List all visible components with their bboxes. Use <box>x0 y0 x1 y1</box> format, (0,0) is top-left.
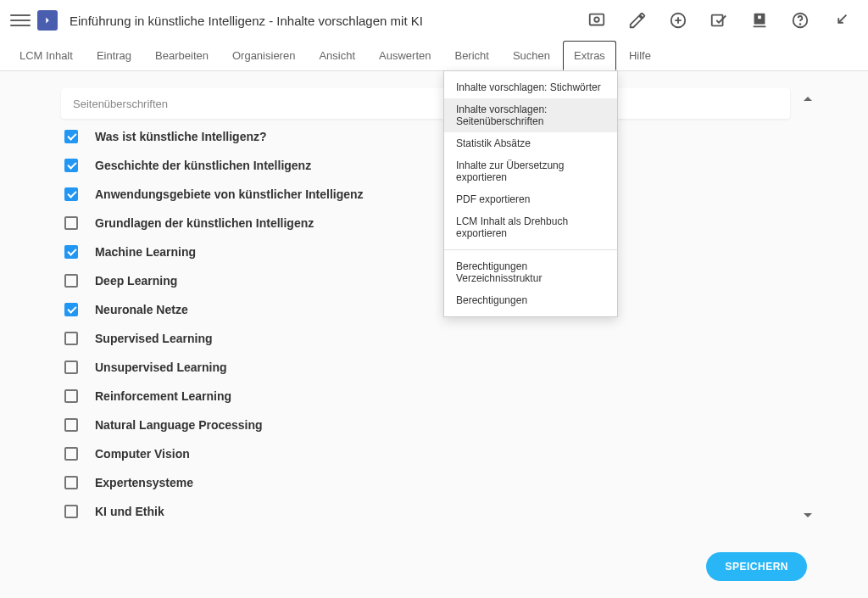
heading-checkbox[interactable] <box>64 245 78 259</box>
list-item: Computer Vision <box>61 439 790 468</box>
heading-label: Reinforcement Learning <box>95 389 231 403</box>
list-item: Machine Learning <box>61 238 790 266</box>
heading-checkbox[interactable] <box>64 389 78 403</box>
svg-rect-0 <box>590 14 604 25</box>
heading-checkbox[interactable] <box>64 332 78 345</box>
menu-eintrag[interactable]: Eintrag <box>86 41 142 70</box>
collapse-icon[interactable] <box>824 3 858 37</box>
heading-checkbox[interactable] <box>64 187 78 201</box>
scroll-up-icon[interactable] <box>804 92 812 107</box>
list-item: Unsupervised Learning <box>61 353 790 382</box>
list-item: Geschichte der künstlichen Intelligenz <box>61 151 790 180</box>
list-item: Anwendungsgebiete von künstlicher Intell… <box>61 180 790 209</box>
heading-checkbox[interactable] <box>64 130 78 143</box>
headings-list[interactable]: Was ist künstliche Intelligenz?Geschicht… <box>61 122 790 528</box>
heading-checkbox[interactable] <box>64 505 78 518</box>
list-item: Reinforcement Learning <box>61 382 790 411</box>
menu-organisieren[interactable]: Organisieren <box>221 41 306 70</box>
heading-label: Deep Learning <box>95 274 177 288</box>
heading-label: Supervised Learning <box>95 332 212 345</box>
svg-point-10 <box>800 24 801 25</box>
list-item: Expertensysteme <box>61 468 790 497</box>
hamburger-icon[interactable] <box>10 10 31 31</box>
heading-label: Neuronale Netze <box>95 303 188 316</box>
heading-checkbox[interactable] <box>64 360 78 374</box>
add-icon[interactable] <box>661 3 695 37</box>
list-item: KI und Ethik <box>61 497 790 526</box>
menu-hilfe[interactable]: Hilfe <box>618 41 662 70</box>
heading-checkbox[interactable] <box>64 303 78 316</box>
list-item: Supervised Learning <box>61 324 790 353</box>
heading-checkbox[interactable] <box>64 418 78 432</box>
search-input[interactable]: Seitenüberschriften <box>61 88 790 119</box>
heading-label: Machine Learning <box>95 245 196 259</box>
svg-point-1 <box>594 17 599 21</box>
dropdown-item-statistik[interactable]: Statistik Absätze <box>444 132 617 154</box>
menu-ansicht[interactable]: Ansicht <box>308 41 366 70</box>
heading-label: Natural Language Processing <box>95 418 263 432</box>
svg-rect-7 <box>758 16 761 20</box>
page-title: Einführung in künstliche Intelligenz - I… <box>70 14 423 28</box>
dropdown-item-stichwoerter[interactable]: Inhalte vorschlagen: Stichwörter <box>444 76 617 98</box>
scroll-down-icon[interactable] <box>804 507 812 523</box>
list-item: Was ist künstliche Intelligenz? <box>61 122 790 151</box>
dropdown-item-pdf[interactable]: PDF exportieren <box>444 188 617 210</box>
svg-line-11 <box>838 15 846 23</box>
extras-dropdown: Inhalte vorschlagen: Stichwörter Inhalte… <box>443 70 618 317</box>
menu-extras[interactable]: Extras <box>563 41 616 70</box>
menu-bar: LCM Inhalt Eintrag Bearbeiten Organisier… <box>0 41 868 71</box>
top-bar: Einführung in künstliche Intelligenz - I… <box>0 0 868 41</box>
heading-checkbox[interactable] <box>64 447 78 461</box>
heading-checkbox[interactable] <box>64 476 78 489</box>
list-item: Deep Learning <box>61 266 790 295</box>
heading-checkbox[interactable] <box>64 274 78 288</box>
heading-label: Computer Vision <box>95 447 190 461</box>
heading-label: Expertensysteme <box>95 476 193 489</box>
app-logo[interactable] <box>37 10 58 31</box>
list-item: Neuronale Netze <box>61 295 790 324</box>
svg-rect-8 <box>754 25 766 27</box>
list-item: Natural Language Processing <box>61 411 790 439</box>
menu-lcm-inhalt[interactable]: LCM Inhalt <box>8 41 84 70</box>
heading-label: Unsupervised Learning <box>95 360 227 374</box>
menu-bearbeiten[interactable]: Bearbeiten <box>144 41 220 70</box>
list-item: Grundlagen der künstlichen Intelligenz <box>61 209 790 238</box>
heading-label: Grundlagen der künstlichen Intelligenz <box>95 216 314 230</box>
checklist-icon[interactable] <box>702 3 736 37</box>
edit-icon[interactable] <box>620 3 654 37</box>
preview-icon[interactable] <box>580 3 614 37</box>
menu-suchen[interactable]: Suchen <box>502 41 561 70</box>
help-icon[interactable] <box>783 3 817 37</box>
heading-checkbox[interactable] <box>64 216 78 230</box>
dropdown-item-drehbuch[interactable]: LCM Inhalt als Drehbuch exportieren <box>444 210 617 244</box>
heading-label: Geschichte der künstlichen Intelligenz <box>95 159 311 172</box>
heading-label: KI und Ethik <box>95 505 164 518</box>
menu-bericht[interactable]: Bericht <box>443 41 499 70</box>
heading-checkbox[interactable] <box>64 159 78 172</box>
dropdown-item-berechtigungen[interactable]: Berechtigungen <box>444 289 617 311</box>
heading-label: Anwendungsgebiete von künstlicher Intell… <box>95 187 364 201</box>
save-button[interactable]: SPEICHERN <box>706 552 807 581</box>
menu-auswerten[interactable]: Auswerten <box>368 41 442 70</box>
dropdown-divider <box>444 249 617 250</box>
dropdown-item-seitenueberschriften[interactable]: Inhalte vorschlagen: Seitenüberschriften <box>444 98 617 132</box>
dropdown-item-berechtigungen-verz[interactable]: Berechtigungen Verzeichnisstruktur <box>444 255 617 289</box>
download-icon[interactable] <box>743 3 776 37</box>
dropdown-item-uebersetzung[interactable]: Inhalte zur Übersetzung exportieren <box>444 154 617 188</box>
heading-label: Was ist künstliche Intelligenz? <box>95 130 267 143</box>
